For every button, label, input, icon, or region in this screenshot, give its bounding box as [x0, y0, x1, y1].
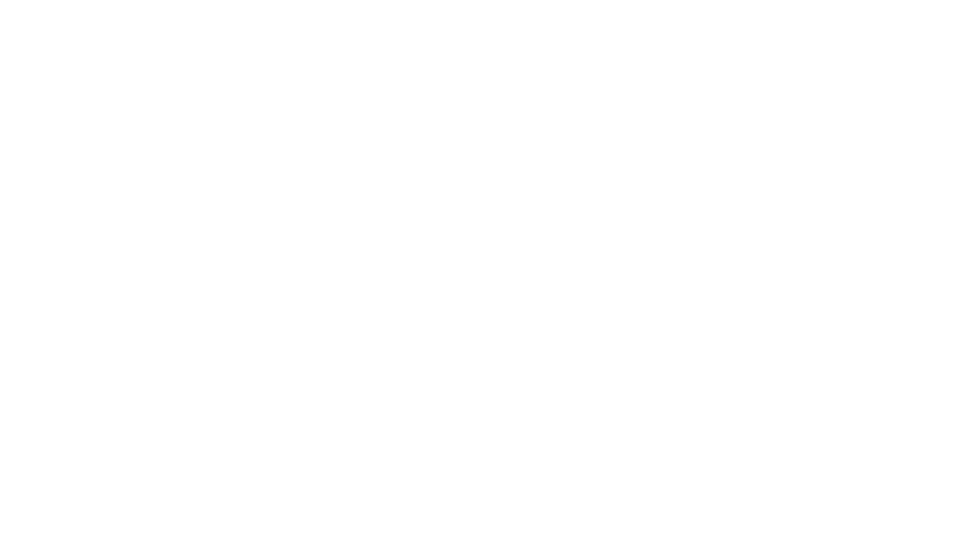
weather-chart-window: [0, 0, 980, 557]
